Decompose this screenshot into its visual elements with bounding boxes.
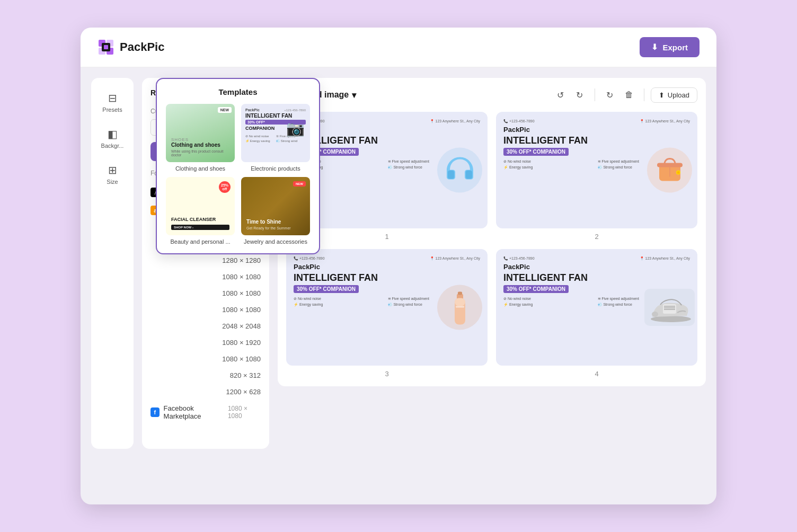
size-icon: ⊞ bbox=[108, 164, 117, 176]
canvas-num-4: 4 bbox=[595, 370, 598, 378]
canvas-num-1: 1 bbox=[385, 233, 388, 241]
size-item-7[interactable]: 2048 × 2048 bbox=[150, 318, 261, 334]
chevron-down-icon: ▾ bbox=[352, 90, 356, 100]
refresh-button[interactable]: ↻ bbox=[601, 86, 618, 103]
sidebar-item-presets[interactable]: ⊟ Presets bbox=[95, 86, 129, 118]
template-item-jewelry[interactable]: NEW Time to Shine Get Ready for the Summ… bbox=[241, 177, 311, 245]
svg-point-12 bbox=[677, 171, 679, 174]
canvas-item-3: 📞 +123-456-7890 📍 123 Anywhere St., Any … bbox=[286, 249, 488, 378]
canvas-toolbar: Untitled image ▾ ↺ ↻ ↻ 🗑 ⬆ Upload bbox=[286, 86, 697, 103]
template-thumb-beauty: 25%off FACIAL CLEANSER SHOP NOW › bbox=[166, 177, 235, 235]
presets-icon: ⊟ bbox=[108, 92, 117, 104]
canvas-num-2: 2 bbox=[595, 233, 598, 241]
svg-rect-17 bbox=[456, 306, 464, 308]
perfume-svg bbox=[445, 288, 474, 327]
templates-grid: NEW SHOES Clothing and shoes While using… bbox=[165, 104, 311, 245]
svg-rect-19 bbox=[663, 304, 676, 314]
background-icon: ◧ bbox=[108, 128, 118, 140]
logo: PackPic bbox=[98, 39, 164, 56]
sidebar-item-background[interactable]: ◧ Backgr... bbox=[95, 122, 129, 154]
templates-title: Templates bbox=[165, 87, 311, 96]
size-item-3[interactable]: 1280 × 1280 bbox=[150, 252, 261, 269]
size-item-5[interactable]: 1080 × 1080 bbox=[150, 285, 261, 302]
template-item-electronics[interactable]: PackPic +123-456-7890 INTELLIGENT FAN 30… bbox=[241, 104, 311, 172]
bag-svg bbox=[652, 152, 688, 188]
size-item-8[interactable]: 1080 × 1920 bbox=[150, 334, 261, 351]
template-thumb-jewelry: NEW Time to Shine Get Ready for the Summ… bbox=[241, 177, 310, 235]
template-label-jewelry: Jewelry and accessories bbox=[244, 238, 307, 245]
logo-icon bbox=[98, 39, 114, 56]
download-icon: ⬇ bbox=[651, 42, 658, 52]
template-label-beauty: Beauty and personal ... bbox=[170, 238, 230, 245]
delete-button[interactable]: 🗑 bbox=[621, 86, 637, 103]
svg-point-23 bbox=[652, 312, 658, 317]
sidebar-item-size[interactable]: ⊞ Size bbox=[95, 158, 129, 190]
facebook-icon: f bbox=[150, 407, 160, 417]
camera-icon: 📷 bbox=[286, 120, 305, 137]
template-thumb-electronics: PackPic +123-456-7890 INTELLIGENT FAN 30… bbox=[241, 104, 310, 162]
canvas-item-4: 📞 +123-456-7890 📍 123 Anywhere St., Any … bbox=[496, 249, 697, 378]
size-item-6[interactable]: 1080 × 1080 bbox=[150, 302, 261, 318]
upload-button[interactable]: ⬆ Upload bbox=[651, 87, 697, 103]
size-item-9[interactable]: 1080 × 1080 bbox=[150, 351, 261, 367]
platform-facebook[interactable]: f Facebook Marketplace 1080 × 1080 bbox=[150, 400, 261, 424]
canvas-card-4[interactable]: 📞 +123-456-7890 📍 123 Anywhere St., Any … bbox=[496, 249, 697, 366]
template-item-shoes[interactable]: NEW SHOES Clothing and shoes While using… bbox=[165, 104, 235, 172]
canvas-card-2[interactable]: 📞 +123-456-7890 📍 123 Anywhere St., Any … bbox=[496, 112, 697, 228]
template-label-electronics: Electronic products bbox=[251, 165, 300, 172]
canvas-card-3[interactable]: 📞 +123-456-7890 📍 123 Anywhere St., Any … bbox=[286, 249, 488, 366]
svg-rect-7 bbox=[466, 170, 472, 179]
template-thumb-shoes: NEW SHOES Clothing and shoes While using… bbox=[166, 104, 235, 162]
main-content: ⊟ Presets ◧ Backgr... ⊞ Size Resize Auto… bbox=[81, 67, 716, 459]
divider-2 bbox=[644, 88, 644, 101]
template-item-beauty[interactable]: 25%off FACIAL CLEANSER SHOP NOW › Beauty… bbox=[165, 177, 235, 245]
product-shoe bbox=[644, 289, 695, 326]
canvas-item-2: 📞 +123-456-7890 📍 123 Anywhere St., Any … bbox=[496, 112, 697, 241]
size-item-11[interactable]: 1200 × 628 bbox=[150, 384, 261, 400]
header: PackPic ⬇ Export bbox=[81, 28, 716, 67]
redo-button[interactable]: ↻ bbox=[571, 86, 588, 103]
product-perfume bbox=[437, 285, 482, 330]
canvas-area: Untitled image ▾ ↺ ↻ ↻ 🗑 ⬆ Upload bbox=[278, 78, 706, 386]
canvas-wrapper: Templates NEW SHOES Clothing and shoes W… bbox=[278, 78, 706, 449]
size-item-4[interactable]: 1080 × 1080 bbox=[150, 269, 261, 285]
product-headphones bbox=[437, 148, 482, 193]
canvas-grid: 📞 +123-456-7890 📍 123 Anywhere St., Any … bbox=[286, 112, 697, 378]
shoe-svg bbox=[644, 291, 695, 323]
app-container: PackPic ⬇ Export ⊟ Presets ◧ Backgr... ⊞… bbox=[81, 28, 716, 504]
svg-rect-6 bbox=[448, 170, 454, 179]
undo-button[interactable]: ↺ bbox=[552, 86, 569, 103]
svg-rect-5 bbox=[104, 45, 108, 49]
svg-rect-16 bbox=[455, 298, 465, 306]
svg-rect-9 bbox=[657, 163, 683, 167]
divider-1 bbox=[595, 88, 595, 101]
templates-panel: Templates NEW SHOES Clothing and shoes W… bbox=[156, 78, 320, 254]
canvas-num-3: 3 bbox=[385, 370, 388, 378]
product-bag bbox=[647, 148, 692, 193]
sidebar: ⊟ Presets ◧ Backgr... ⊞ Size bbox=[91, 78, 134, 449]
headphones-svg bbox=[441, 152, 479, 189]
svg-rect-15 bbox=[458, 292, 462, 295]
template-label-shoes: Clothing and shoes bbox=[175, 165, 225, 172]
upload-icon: ⬆ bbox=[659, 91, 665, 99]
toolbar-actions: ↺ ↻ ↻ 🗑 ⬆ Upload bbox=[552, 86, 697, 103]
size-item-10[interactable]: 820 × 312 bbox=[150, 367, 261, 384]
export-button[interactable]: ⬇ Export bbox=[640, 37, 699, 57]
logo-text: PackPic bbox=[120, 40, 164, 54]
